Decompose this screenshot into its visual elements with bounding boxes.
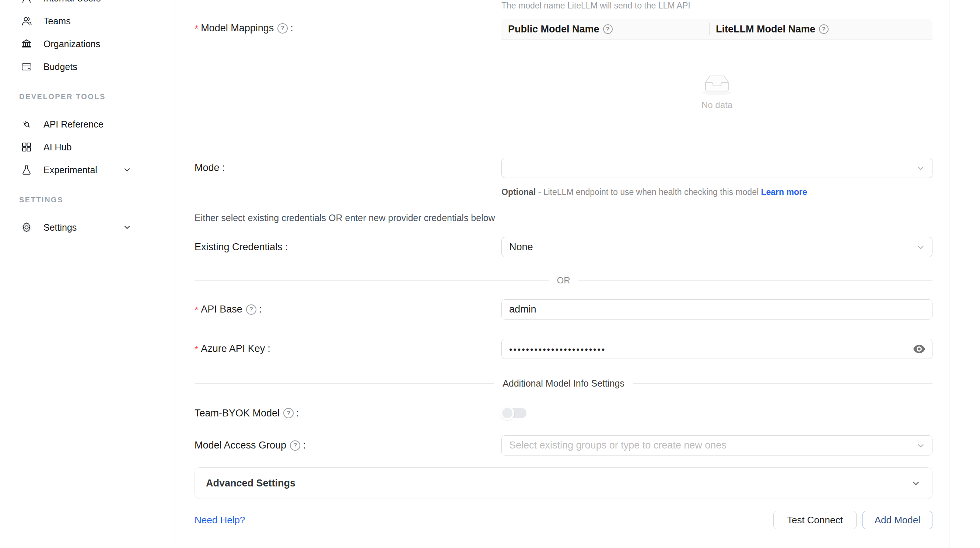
chevron-down-icon	[916, 441, 926, 450]
or-divider: OR	[194, 275, 932, 286]
existing-credentials-label: Existing Credentials	[194, 241, 501, 253]
grid-icon	[21, 141, 32, 153]
sidebar-section-settings: SETTINGS	[0, 193, 175, 207]
test-connect-button[interactable]: Test Connect	[773, 511, 857, 529]
sidebar-item-label: Teams	[43, 16, 71, 27]
chevron-down-icon	[916, 163, 926, 173]
main-content: The model name LiteLLM will send to the …	[175, 0, 980, 548]
toggle-knob	[500, 406, 514, 420]
column-header-public-model-name: Public Model Name	[501, 24, 709, 35]
column-header-litellm-model-name: LiteLLM Model Name	[709, 24, 917, 35]
mode-help-text: Optional - LiteLLM endpoint to use when …	[501, 185, 826, 199]
sidebar-item-settings[interactable]: Settings	[0, 216, 175, 239]
gear-icon	[21, 221, 32, 233]
existing-credentials-row: Existing Credentials None	[194, 237, 932, 257]
sidebar-item-label: AI Hub	[43, 142, 72, 153]
api-base-label: API Base	[194, 304, 501, 315]
column-divider	[709, 23, 710, 35]
api-base-input[interactable]: admin	[501, 299, 932, 320]
question-circle-icon[interactable]	[283, 408, 294, 418]
model-access-group-label: Model Access Group	[194, 440, 501, 451]
form-footer: Need Help? Test Connect Add Model	[194, 511, 932, 529]
user-icon	[21, 0, 32, 4]
table-header: Public Model Name LiteLLM Model Name	[501, 19, 932, 40]
credit-card-icon	[21, 61, 32, 73]
mode-label: Mode	[194, 162, 501, 174]
model-mappings-row: Model Mappings Public Model Name LiteL	[194, 19, 932, 143]
required-asterisk	[194, 304, 201, 315]
azure-api-key-row: Azure API Key •••••••••••••••••••••••	[194, 339, 932, 359]
model-mappings-label: Model Mappings	[194, 19, 501, 34]
teams-icon	[21, 15, 32, 27]
flask-icon	[21, 164, 32, 176]
sidebar: Internal Users Teams Organizations Budge…	[0, 0, 175, 548]
sidebar-section-developer-tools: DEVELOPER TOOLS	[0, 89, 175, 104]
required-asterisk	[194, 343, 201, 355]
sidebar-item-ai-hub[interactable]: AI Hub	[0, 135, 175, 158]
sidebar-item-label: Organizations	[43, 39, 100, 49]
add-model-form: The model name LiteLLM will send to the …	[194, 0, 932, 529]
team-byok-row: Team-BYOK Model	[194, 406, 932, 421]
sidebar-item-label: Settings	[43, 222, 76, 233]
team-byok-label: Team-BYOK Model	[194, 408, 501, 419]
mode-row: Mode	[194, 158, 932, 178]
mode-select[interactable]	[501, 158, 932, 178]
question-circle-icon[interactable]	[246, 304, 256, 315]
table-empty-state: No data	[501, 40, 932, 143]
add-model-form-panel: The model name LiteLLM will send to the …	[175, 0, 950, 548]
model-access-group-row: Model Access Group Select existing group…	[194, 435, 932, 456]
advanced-settings-panel[interactable]: Advanced Settings	[194, 467, 932, 499]
sidebar-item-api-reference[interactable]: API Reference	[0, 113, 175, 135]
advanced-settings-title: Advanced Settings	[206, 478, 296, 489]
add-model-button[interactable]: Add Model	[862, 511, 932, 529]
sidebar-item-label: Experimental	[43, 165, 97, 175]
sidebar-item-label: Budgets	[43, 62, 77, 72]
sidebar-item-label: Internal Users	[43, 0, 101, 4]
question-circle-icon[interactable]	[819, 24, 829, 34]
chevron-down-icon	[916, 242, 926, 252]
learn-more-link[interactable]: Learn more	[761, 187, 807, 197]
inbox-icon	[700, 73, 733, 96]
need-help-link[interactable]: Need Help?	[194, 515, 245, 526]
plug-icon	[21, 118, 32, 130]
chevron-down-icon	[123, 223, 132, 232]
additional-settings-divider: Additional Model Info Settings	[194, 378, 932, 389]
question-circle-icon[interactable]	[277, 23, 288, 33]
app-root: Internal Users Teams Organizations Budge…	[0, 0, 980, 548]
question-circle-icon[interactable]	[603, 24, 612, 34]
chevron-down-icon	[123, 166, 132, 174]
required-asterisk	[194, 22, 201, 34]
azure-api-key-label: Azure API Key	[194, 343, 501, 355]
existing-credentials-select[interactable]: None	[501, 237, 932, 257]
litellm-model-name-help-text: The model name LiteLLM will send to the …	[501, 0, 932, 10]
sidebar-item-label: API Reference	[43, 119, 103, 130]
question-circle-icon[interactable]	[290, 440, 300, 451]
sidebar-item-budgets[interactable]: Budgets	[0, 55, 175, 78]
no-data-text: No data	[702, 100, 732, 110]
team-byok-toggle[interactable]	[501, 408, 527, 418]
api-base-row: API Base admin	[194, 299, 932, 320]
sidebar-item-teams[interactable]: Teams	[0, 10, 175, 32]
model-access-group-select[interactable]: Select existing groups or type to create…	[501, 435, 932, 456]
bank-icon	[21, 38, 32, 50]
sidebar-item-organizations[interactable]: Organizations	[0, 32, 175, 55]
masked-password-value: •••••••••••••••••••••••	[509, 344, 606, 355]
azure-api-key-input[interactable]: •••••••••••••••••••••••	[501, 339, 932, 359]
model-mappings-table: Public Model Name LiteLLM Model Name	[501, 19, 932, 143]
sidebar-item-internal-users[interactable]: Internal Users	[0, 0, 175, 10]
credentials-note: Either select existing credentials OR en…	[194, 213, 932, 224]
eye-icon[interactable]	[913, 344, 926, 354]
chevron-down-icon	[911, 478, 921, 488]
sidebar-item-experimental[interactable]: Experimental	[0, 158, 175, 181]
